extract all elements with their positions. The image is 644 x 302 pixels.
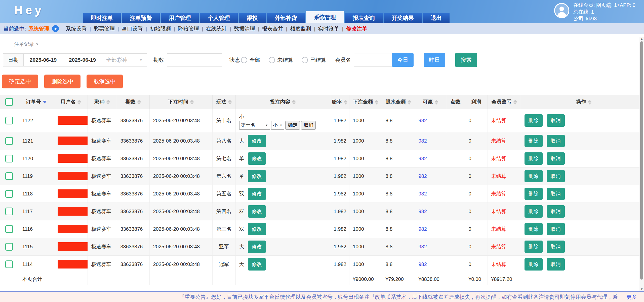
bulk-button-删除选中[interactable]: 删除选中	[44, 75, 80, 88]
tab-系统管理[interactable]: 系统管理	[306, 11, 344, 23]
tab-注单预警[interactable]: 注单预警	[122, 13, 160, 23]
scroll-down-arrow-icon[interactable]: ▼	[639, 287, 644, 291]
modify-button[interactable]: 修改	[248, 223, 266, 235]
cancel-button[interactable]: 取消	[547, 188, 565, 200]
subnav-link-系统设置[interactable]: 系统设置	[66, 26, 87, 31]
win-amount-link[interactable]: 982	[419, 261, 427, 267]
win-amount-link[interactable]: 982	[419, 173, 427, 179]
bulk-button-取消选中[interactable]: 取消选中	[87, 75, 123, 88]
tab-报表查询[interactable]: 报表查询	[345, 13, 383, 23]
column-header-投注内容[interactable]: 投注内容	[235, 95, 330, 109]
sort-arrows-icon[interactable]	[137, 100, 141, 105]
sort-arrows-icon[interactable]	[106, 100, 110, 105]
sort-arrows-icon[interactable]	[77, 100, 81, 105]
modify-button[interactable]: 修改	[248, 188, 266, 200]
column-header-订单号[interactable]: 订单号	[19, 95, 54, 109]
sort-arrows-icon[interactable]	[190, 100, 194, 105]
row-checkbox[interactable]	[5, 208, 13, 215]
subnav-link-降赔管理[interactable]: 降赔管理	[178, 26, 199, 31]
column-header-彩种[interactable]: 彩种	[88, 95, 117, 109]
delete-button[interactable]: 删除	[525, 258, 543, 271]
cancel-button[interactable]: 取消	[547, 258, 565, 271]
column-header-利润[interactable]: 利润	[465, 95, 488, 109]
sort-arrows-icon[interactable]	[435, 100, 438, 105]
delete-button[interactable]: 删除	[525, 241, 543, 253]
scroll-up-arrow-icon[interactable]: ▲	[639, 37, 644, 41]
status-radio-全部[interactable]: 全部	[240, 56, 260, 63]
column-header-下注金额[interactable]: 下注金额	[349, 95, 382, 109]
delete-button[interactable]: 删除	[525, 114, 543, 127]
column-header-用户名[interactable]: 用户名	[54, 95, 88, 109]
delete-button[interactable]: 删除	[525, 152, 543, 165]
yesterday-button[interactable]: 昨日	[424, 53, 445, 67]
sort-arrows-icon[interactable]	[588, 100, 591, 105]
win-amount-link[interactable]: 982	[419, 138, 427, 144]
search-button[interactable]: 搜索	[455, 53, 477, 67]
win-amount-link[interactable]: 982	[419, 244, 427, 249]
announcement-more-link[interactable]: 更多	[626, 293, 637, 300]
cancel-button[interactable]: 取消	[547, 223, 565, 235]
cancel-button[interactable]: 取消	[547, 241, 565, 253]
column-header-期数[interactable]: 期数	[117, 95, 149, 109]
subnav-link-初始限额[interactable]: 初始限额	[150, 26, 171, 31]
row-checkbox[interactable]	[5, 243, 13, 251]
modify-button[interactable]: 修改	[248, 152, 266, 165]
cancel-edit-button[interactable]: 取消	[301, 121, 316, 130]
delete-button[interactable]: 删除	[525, 188, 543, 200]
win-amount-link[interactable]: 982	[419, 226, 427, 232]
cancel-button[interactable]: 取消	[547, 135, 565, 147]
modify-button[interactable]: 修改	[248, 205, 266, 218]
column-header-赔率[interactable]: 赔率	[330, 95, 349, 109]
scrollbar-thumb[interactable]	[640, 41, 643, 280]
subnav-link-实时滚单[interactable]: 实时滚单	[318, 26, 339, 31]
modify-button[interactable]: 修改	[248, 258, 266, 271]
subnav-link-彩票管理[interactable]: 彩票管理	[94, 26, 115, 31]
tab-开奖结果[interactable]: 开奖结果	[384, 13, 422, 23]
tab-即时注单[interactable]: 即时注单	[83, 13, 121, 23]
tab-跟投[interactable]: 跟投	[239, 13, 266, 23]
tab-用户管理[interactable]: 用户管理	[161, 13, 199, 23]
delete-button[interactable]: 删除	[525, 205, 543, 218]
tab-个人管理[interactable]: 个人管理	[200, 13, 238, 23]
column-header-下注时间[interactable]: 下注时间	[149, 95, 212, 109]
column-header-操作[interactable]: 操作	[521, 95, 644, 109]
row-checkbox[interactable]	[5, 117, 13, 124]
subnav-link-修改注单[interactable]: 修改注单	[346, 26, 367, 31]
sort-arrows-icon[interactable]	[513, 100, 517, 105]
vertical-scrollbar[interactable]: ▲ ▼	[639, 37, 644, 291]
row-checkbox[interactable]	[5, 172, 13, 180]
period-input[interactable]	[167, 53, 222, 66]
column-header-玩法[interactable]: 玩法	[212, 95, 235, 109]
date-from-input[interactable]	[24, 53, 63, 66]
play-select[interactable]: 第十名▼	[239, 121, 270, 130]
confirm-edit-button[interactable]: 确定	[285, 121, 300, 130]
modify-button[interactable]: 修改	[248, 135, 266, 147]
sort-desc-icon[interactable]	[43, 101, 47, 104]
sort-arrows-icon[interactable]	[408, 100, 411, 105]
row-checkbox[interactable]	[5, 155, 13, 162]
cancel-button[interactable]: 取消	[547, 170, 565, 182]
cancel-button[interactable]: 取消	[547, 114, 565, 127]
subnav-link-盘口设置[interactable]: 盘口设置	[122, 26, 143, 31]
row-checkbox[interactable]	[5, 225, 13, 233]
row-checkbox[interactable]	[5, 137, 13, 145]
today-button[interactable]: 今日	[392, 53, 414, 67]
bulk-button-确定选中[interactable]: 确定选中	[2, 75, 38, 88]
date-to-input[interactable]	[63, 53, 102, 66]
tab-退出[interactable]: 退出	[423, 13, 450, 23]
column-header-会员盈亏[interactable]: 会员盈亏	[488, 95, 521, 109]
subnav-link-在线统计[interactable]: 在线统计	[206, 26, 227, 31]
win-amount-link[interactable]: 982	[419, 118, 427, 123]
column-header-退水金额[interactable]: 退水金额	[382, 95, 415, 109]
column-header-点数[interactable]: 点数	[446, 95, 465, 109]
lottery-type-select[interactable]: 全部彩种 ▼	[102, 53, 147, 66]
column-header-可赢[interactable]: 可赢	[415, 95, 446, 109]
status-radio-已结算[interactable]: 已结算	[301, 56, 326, 63]
row-checkbox[interactable]	[5, 190, 13, 198]
sort-arrows-icon[interactable]	[228, 100, 232, 105]
delete-button[interactable]: 删除	[525, 135, 543, 147]
subnav-link-额度监测[interactable]: 额度监测	[290, 26, 311, 31]
sort-arrows-icon[interactable]	[375, 100, 378, 105]
member-name-input[interactable]	[354, 53, 392, 67]
row-checkbox[interactable]	[5, 260, 13, 268]
